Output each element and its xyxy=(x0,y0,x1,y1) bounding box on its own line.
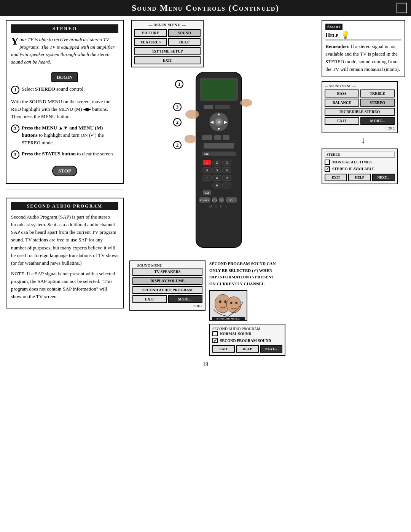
sound-item-treble[interactable]: TREBLE xyxy=(360,89,395,97)
normal-sound-label: NORMAL SOUND xyxy=(220,332,252,336)
sap-help-btn[interactable]: HELP xyxy=(236,345,258,353)
svg-point-53 xyxy=(240,99,252,107)
menu-item-second-audio[interactable]: SECOND AUDIO PROGRAM xyxy=(132,286,202,294)
menu-btn-features[interactable]: FEATURES xyxy=(134,38,167,46)
main-menu-buttons: PICTURE SOUND FEATURES HELP 1ST TIME SET… xyxy=(134,29,201,64)
svg-text:SECOND AUDIO PROGRAM: SECOND AUDIO PROGRAM xyxy=(216,318,241,320)
mono-label: MONO AT ALL TIMES xyxy=(332,160,372,164)
stereo-help-btn[interactable]: HELP xyxy=(348,174,371,181)
bulb-icon: 💡 xyxy=(341,30,350,40)
svg-text:▼: ▼ xyxy=(217,127,221,131)
sap-face-image: SECOND AUDIO PROGRAM xyxy=(209,290,247,321)
sap-program-panel: SECOND AUDIO PROGRAM NORMAL SOUND SECOND… xyxy=(209,324,285,356)
second-program-label: SECOND PROGRAM SOUND xyxy=(220,339,271,343)
svg-text:CAL: CAL xyxy=(219,199,224,202)
sound-menu-1-page: 1 OF 2 xyxy=(325,126,395,130)
badge-3: 3 xyxy=(173,103,182,111)
menu-btn-1st-time-setup[interactable]: 1ST TIME SETUP xyxy=(134,47,201,55)
menu-btn-picture[interactable]: PICTURE xyxy=(134,29,167,37)
sound-item-stereo[interactable]: STEREO xyxy=(360,99,395,107)
svg-rect-3 xyxy=(204,105,213,109)
sap-paragraph-2: NOTE: If a SAP signal is not present wit… xyxy=(11,270,118,301)
sound-item-more[interactable]: MORE... xyxy=(360,117,395,125)
spi-line4: ON CURRENTLY CHANNEL xyxy=(209,281,264,286)
bottom-sound-menu-title: — SOUND MENU — xyxy=(132,264,202,268)
svg-text:3: 3 xyxy=(226,161,228,165)
sound-item-incredible[interactable]: INCREDIBLE STEREO xyxy=(325,108,395,116)
sap-face-svg: SECOND AUDIO PROGRAM xyxy=(210,290,247,321)
stereo-next-btn[interactable]: NEXT... xyxy=(372,174,395,181)
second-program-area: SECOND PROGRAM SOUND CAN ONLY BE SELECTE… xyxy=(209,260,316,356)
stereo-option-mono: MONO AT ALL TIMES xyxy=(325,160,395,165)
svg-rect-14 xyxy=(214,135,221,140)
svg-rect-4 xyxy=(215,105,230,109)
sound-item-bass[interactable]: BASS xyxy=(325,89,359,97)
help-title: Help 💡 xyxy=(325,30,401,40)
right-column: Smart Help 💡 Remember. If a stereo signa… xyxy=(322,20,405,356)
main-menu-title: — MAIN MENU — xyxy=(134,23,201,27)
sap-panel-title: SECOND AUDIO PROGRAM xyxy=(212,327,282,331)
svg-text:M: M xyxy=(217,120,220,124)
begin-button[interactable]: BEGIN xyxy=(51,72,78,82)
svg-rect-13 xyxy=(202,135,212,140)
svg-text:4: 4 xyxy=(206,168,208,172)
main-menu-screen: — MAIN MENU — PICTURE SOUND FEATURES HEL… xyxy=(131,20,204,67)
checkbox-mono[interactable] xyxy=(325,160,330,165)
step-3: 3 Press the STATUS button to clear the s… xyxy=(11,150,118,159)
stereo-selection-panel: STEREO MONO AT ALL TIMES STEREO IF AVAIL… xyxy=(322,149,398,184)
remote-control-svg: ▲ ▼ ◀ ▶ M PIP 1 2 xyxy=(185,72,253,255)
sound-item-exit[interactable]: EXIT xyxy=(325,117,359,125)
step-3-text: Press the STATUS button to clear the scr… xyxy=(22,150,118,158)
checkbox-stereo-available[interactable] xyxy=(325,166,330,172)
menu-btn-sound[interactable]: SOUND xyxy=(168,29,201,37)
svg-point-51 xyxy=(185,110,199,119)
menu-item-tv-speakers[interactable]: TV SPEAKERS xyxy=(132,268,202,276)
sap-paragraph-1: Second Audio Program (SAP) is part of th… xyxy=(11,213,118,267)
page-number: 19 xyxy=(0,361,411,373)
stereo-panel-title: STEREO xyxy=(325,152,395,158)
drop-cap: Y xyxy=(11,36,19,46)
sound-item-balance[interactable]: BALANCE xyxy=(325,99,359,107)
page-title: Sound Menu Controls (Continued) xyxy=(132,3,279,13)
spi-line3: SAP INFORMATION IS PRESENT xyxy=(209,275,274,279)
svg-text:8: 8 xyxy=(216,176,218,180)
menu-item-display-volume[interactable]: DISPLAY VOLUME xyxy=(132,277,202,285)
step-1-circle: 1 xyxy=(11,86,19,94)
menu-btn-more-sound2[interactable]: MORE... xyxy=(168,295,203,303)
menu-btn-exit-main[interactable]: EXIT xyxy=(134,56,201,64)
page-title-bar: Sound Menu Controls (Continued) xyxy=(0,0,411,16)
svg-text:M O D E: M O D E xyxy=(209,205,229,208)
badge-2-top: 2 xyxy=(173,118,182,126)
step-2-text: Press the MENU ▲▼ and MENU (M) buttons t… xyxy=(22,124,118,147)
sound-menu-1-grid: BASS TREBLE BALANCE STEREO INCREDIBLE ST… xyxy=(325,89,395,125)
menu-btn-help[interactable]: HELP xyxy=(168,38,201,46)
center-column: — MAIN MENU — PICTURE SOUND FEATURES HEL… xyxy=(127,20,318,356)
svg-text:▲: ▲ xyxy=(217,112,221,116)
svg-text:TV: TV xyxy=(229,199,233,202)
svg-text:6: 6 xyxy=(226,168,228,172)
svg-text:9: 9 xyxy=(226,176,228,180)
step-1-detail: With the SOUND MENU on the screen, move … xyxy=(11,98,118,120)
step-2: 2 Press the MENU ▲▼ and MENU (M) buttons… xyxy=(11,124,118,147)
sap-next-btn[interactable]: NEXT... xyxy=(260,345,282,353)
stop-button[interactable]: STOP xyxy=(52,166,77,176)
svg-text:1: 1 xyxy=(206,161,208,165)
bottom-sound-menu: — SOUND MENU — TV SPEAKERS DISPLAY VOLUM… xyxy=(129,260,206,315)
remember-text: Remember. xyxy=(325,43,349,49)
menu-btn-exit-sound2[interactable]: EXIT xyxy=(132,295,167,303)
stereo-option-stereo: STEREO IF AVAILABLE xyxy=(325,166,395,172)
svg-point-52 xyxy=(185,135,196,143)
sap-header: SECOND AUDIO PROGRAM xyxy=(11,202,118,210)
corner-decoration xyxy=(397,3,407,13)
checkbox-normal-sound[interactable] xyxy=(212,331,218,336)
step-2-circle: 2 xyxy=(11,125,19,133)
checkbox-second-program[interactable] xyxy=(212,338,218,343)
divider-1 xyxy=(6,190,124,190)
svg-text:SAP: SAP xyxy=(205,192,210,195)
sap-section: SECOND AUDIO PROGRAM Second Audio Progra… xyxy=(6,198,124,308)
stereo-exit-btn[interactable]: EXIT xyxy=(325,174,347,181)
sap-exit-btn[interactable]: EXIT xyxy=(212,345,235,353)
svg-point-55 xyxy=(226,297,241,313)
sound-menu-1-title: — SOUND MENU — xyxy=(325,84,395,88)
stereo-header: STEREO xyxy=(11,24,118,33)
